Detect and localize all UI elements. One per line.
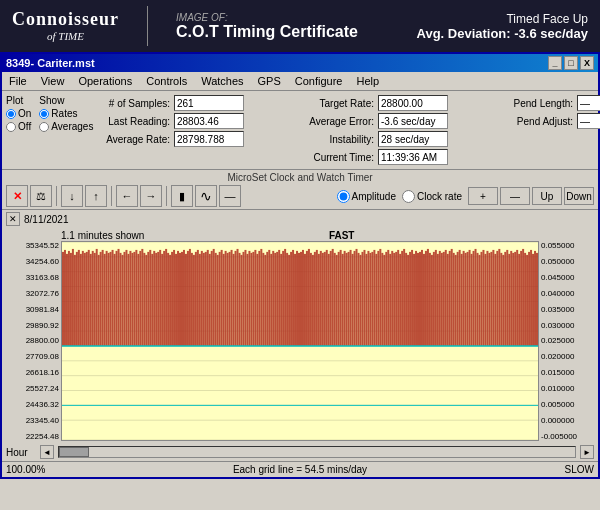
last-reading-input[interactable] <box>174 113 244 129</box>
menu-controls[interactable]: Controls <box>143 74 190 88</box>
y-left-10: 24436.32 <box>6 400 59 409</box>
menu-view[interactable]: View <box>38 74 68 88</box>
svg-rect-188 <box>405 253 407 346</box>
svg-rect-244 <box>516 250 518 346</box>
minimize-button[interactable]: _ <box>548 56 562 70</box>
svg-rect-58 <box>147 252 149 346</box>
radio-amplitude[interactable] <box>337 190 350 203</box>
cert-title: C.O.T Timing Certificate <box>176 23 358 41</box>
radio-on-label: On <box>18 108 31 119</box>
svg-rect-193 <box>415 251 417 346</box>
bar-chart-button[interactable]: ▮ <box>171 185 193 207</box>
svg-rect-241 <box>510 251 512 346</box>
scale-button[interactable]: ⚖ <box>30 185 52 207</box>
svg-rect-186 <box>401 251 403 346</box>
svg-rect-183 <box>395 252 397 346</box>
close-button[interactable]: X <box>580 56 594 70</box>
pend-length-input[interactable] <box>577 95 600 111</box>
scrollbar-thumb[interactable] <box>59 447 89 457</box>
current-time-label: Current Time: <box>294 152 374 163</box>
svg-rect-27 <box>86 252 88 346</box>
svg-rect-60 <box>151 254 153 346</box>
menu-operations[interactable]: Operations <box>75 74 135 88</box>
radio-rates[interactable] <box>39 109 49 119</box>
logo: Connoisseur of TIME <box>12 10 119 42</box>
menu-configure[interactable]: Configure <box>292 74 346 88</box>
dash-button[interactable]: — <box>219 185 241 207</box>
scroll-up-button[interactable]: ↑ <box>85 185 107 207</box>
svg-rect-170 <box>369 253 371 346</box>
svg-rect-126 <box>282 251 284 346</box>
svg-rect-133 <box>296 251 298 346</box>
svg-rect-166 <box>361 252 363 346</box>
scroll-left-button[interactable]: ← <box>116 185 138 207</box>
svg-rect-247 <box>522 249 524 346</box>
dash-icon: — <box>225 190 236 202</box>
pend-adjust-input[interactable] <box>577 113 600 129</box>
svg-rect-146 <box>322 253 324 346</box>
scrollbar-track[interactable] <box>58 446 576 458</box>
average-error-input[interactable] <box>378 113 448 129</box>
scroll-right-button[interactable]: → <box>140 185 162 207</box>
svg-rect-236 <box>500 253 502 346</box>
pend-adjust-row: Pend Adjust: <box>498 113 600 129</box>
svg-rect-137 <box>304 254 306 346</box>
svg-rect-220 <box>469 250 471 346</box>
menu-file[interactable]: File <box>6 74 30 88</box>
scroll-right-arrow[interactable]: ► <box>580 445 594 459</box>
radio-on[interactable] <box>6 109 16 119</box>
svg-rect-26 <box>84 253 86 346</box>
y-right-12: -0.005000 <box>541 432 594 441</box>
minus-button[interactable]: — <box>500 187 530 205</box>
num-samples-input[interactable] <box>174 95 244 111</box>
svg-rect-47 <box>125 250 127 346</box>
up-nav-button[interactable]: Up <box>532 187 562 205</box>
avg-deviation-value: -3.6 sec/day <box>514 26 588 41</box>
svg-rect-211 <box>451 249 453 346</box>
svg-rect-151 <box>332 249 334 346</box>
svg-rect-49 <box>129 251 131 346</box>
down-nav-button[interactable]: Down <box>564 187 594 205</box>
svg-rect-254 <box>536 253 538 346</box>
svg-rect-15 <box>62 252 64 346</box>
svg-rect-184 <box>397 250 399 346</box>
delete-button[interactable]: ✕ <box>6 185 28 207</box>
svg-rect-99 <box>229 252 231 346</box>
radio-clock-rate[interactable] <box>402 190 415 203</box>
current-time-input[interactable] <box>378 149 448 165</box>
scroll-left-arrow[interactable]: ◄ <box>40 445 54 459</box>
menu-gps[interactable]: GPS <box>255 74 284 88</box>
radio-averages[interactable] <box>39 122 49 132</box>
svg-rect-102 <box>235 251 237 346</box>
svg-rect-64 <box>159 250 161 346</box>
chart-bottom: Hour ◄ ► <box>2 443 598 461</box>
average-rate-input[interactable] <box>174 131 244 147</box>
radio-off-label: Off <box>18 121 31 132</box>
maximize-button[interactable]: □ <box>564 56 578 70</box>
svg-rect-249 <box>526 255 528 346</box>
right-arrow-icon: → <box>146 190 157 202</box>
menu-watches[interactable]: Watches <box>198 74 246 88</box>
svg-rect-63 <box>157 252 159 346</box>
svg-rect-75 <box>181 252 183 346</box>
close-x-button[interactable]: ✕ <box>6 212 20 226</box>
header-banner: Connoisseur of TIME IMAGE OF: C.O.T Timi… <box>0 0 600 52</box>
instability-input[interactable] <box>378 131 448 147</box>
average-error-label: Average Error: <box>294 116 374 127</box>
wave-button[interactable]: ∿ <box>195 185 217 207</box>
svg-rect-19 <box>70 253 72 346</box>
scroll-down-button[interactable]: ↓ <box>61 185 83 207</box>
target-rate-input[interactable] <box>378 95 448 111</box>
svg-rect-18 <box>68 251 70 346</box>
svg-rect-239 <box>506 250 508 346</box>
svg-rect-155 <box>340 250 342 346</box>
svg-rect-42 <box>116 251 118 346</box>
amplitude-row: Amplitude Clock rate <box>337 190 462 203</box>
radio-off[interactable] <box>6 122 16 132</box>
plus-button[interactable]: + <box>468 187 498 205</box>
svg-rect-250 <box>528 252 530 346</box>
menu-help[interactable]: Help <box>354 74 383 88</box>
svg-rect-97 <box>225 251 227 346</box>
svg-rect-124 <box>278 250 280 346</box>
svg-rect-167 <box>363 250 365 346</box>
